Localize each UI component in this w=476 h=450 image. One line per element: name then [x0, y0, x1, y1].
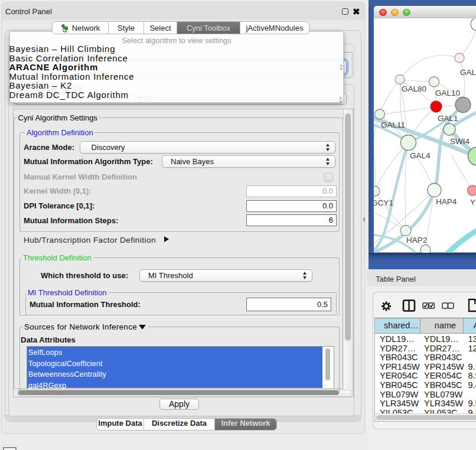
- svg-text:GAL2: GAL2: [460, 68, 476, 77]
- svg-text:GAL10: GAL10: [435, 89, 460, 97]
- svg-text:GAL4: GAL4: [410, 151, 431, 160]
- svg-text:SWI4: SWI4: [450, 137, 470, 146]
- svg-text:HAP2: HAP2: [406, 236, 427, 244]
- svg-text:GAL11: GAL11: [381, 120, 405, 129]
- svg-text:GCY1: GCY1: [374, 198, 393, 207]
- svg-text:HAP4: HAP4: [436, 197, 457, 206]
- svg-text:YL: YL: [470, 198, 476, 207]
- svg-text:GAL1: GAL1: [438, 114, 458, 123]
- svg-text:GAL80: GAL80: [402, 84, 426, 93]
